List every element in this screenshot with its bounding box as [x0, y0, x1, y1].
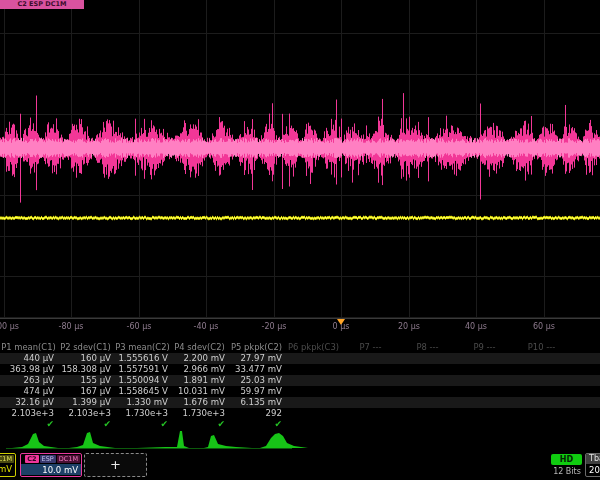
time-axis-label: -100 µs	[0, 322, 19, 331]
measure-value	[513, 386, 570, 397]
c1-vertical-scale: 20.0 mV	[0, 463, 15, 474]
measure-value: 1.676 mV	[171, 397, 228, 408]
time-axis-label: 60 µs	[533, 322, 555, 331]
measure-value: 263 µV	[0, 375, 57, 386]
measure-value	[513, 353, 570, 364]
parameter-histicon	[258, 429, 315, 449]
measure-value	[342, 386, 399, 397]
measure-value: 292	[228, 408, 285, 419]
measure-value: 32.16 µV	[0, 397, 57, 408]
param-header-p7[interactable]: P7 ---	[342, 341, 399, 353]
c2-vertical-scale: 10.0 mV	[21, 464, 81, 475]
channel-c1-descriptor[interactable]: DC1M 20.0 mV	[0, 453, 16, 477]
measure-value	[513, 408, 570, 419]
param-header-p3[interactable]: P3 mean(C2)	[114, 341, 171, 353]
parameter-histicon	[10, 429, 67, 449]
measure-value: 1.550094 V	[114, 375, 171, 386]
param-header-p2[interactable]: P2 sdev(C1)	[57, 341, 114, 353]
measure-row-min: 263 µV155 µV1.550094 V1.891 mV25.03 mV	[0, 375, 600, 386]
measure-value	[285, 375, 342, 386]
measure-row-num: 2.103e+32.103e+31.730e+31.730e+3292	[0, 408, 600, 419]
measure-value	[399, 408, 456, 419]
time-axis: -100 µs-80 µs-60 µs-40 µs-20 µs0 µs20 µs…	[0, 319, 600, 337]
measure-value: 474 µV	[0, 386, 57, 397]
measure-value: 1.730e+3	[114, 408, 171, 419]
oscilloscope-screen: C2 ESP DC1M -100 µs-80 µs-60 µs-40 µs-20…	[0, 0, 600, 480]
time-axis-label: -20 µs	[262, 322, 287, 331]
add-trace-button[interactable]: +	[84, 453, 147, 477]
measure-value: 2.103e+3	[0, 408, 57, 419]
histicon-strip	[0, 429, 600, 452]
measure-value	[285, 386, 342, 397]
measure-value: 1.555616 V	[114, 353, 171, 364]
parameter-histicon	[135, 429, 192, 449]
measure-value	[342, 408, 399, 419]
time-axis-label: 0 µs	[333, 322, 350, 331]
hd-mode-badge[interactable]: HD	[551, 454, 582, 465]
measure-value: 33.477 mV	[228, 364, 285, 375]
waveform-display[interactable]	[0, 0, 600, 330]
param-header-p4[interactable]: P4 sdev(C2)	[171, 341, 228, 353]
time-axis-label: -60 µs	[127, 322, 152, 331]
param-header-p8[interactable]: P8 ---	[399, 341, 456, 353]
measure-value	[513, 397, 570, 408]
measure-value	[285, 353, 342, 364]
measure-table: P1 mean(C1)P2 sdev(C1)P3 mean(C2)P4 sdev…	[0, 341, 600, 430]
hd-bits-label: 12 Bits	[549, 467, 585, 476]
measure-value	[456, 408, 513, 419]
time-axis-label: -80 µs	[59, 322, 84, 331]
measure-row-value: 440 µV160 µV1.555616 V2.200 mV27.97 mV	[0, 353, 600, 364]
measure-value	[285, 397, 342, 408]
measure-value	[399, 397, 456, 408]
param-header-p6[interactable]: P6 pkpk(C3)	[285, 341, 342, 353]
measure-value: 2.200 mV	[171, 353, 228, 364]
measure-value: 155 µV	[57, 375, 114, 386]
measure-value: 363.98 µV	[0, 364, 57, 375]
measure-value: 1.399 µV	[57, 397, 114, 408]
parameter-histicon	[202, 429, 259, 449]
measure-value	[456, 353, 513, 364]
c2-trace-label: C2 ESP DC1M	[0, 0, 84, 9]
measure-value	[456, 386, 513, 397]
measure-value	[456, 375, 513, 386]
measure-value: 59.97 mV	[228, 386, 285, 397]
measure-value	[342, 397, 399, 408]
measure-value	[399, 364, 456, 375]
measure-value: 10.031 mV	[171, 386, 228, 397]
c2-coupling-badge: DC1M	[57, 455, 80, 463]
measure-value	[285, 408, 342, 419]
timebase-label: Tbase	[586, 454, 600, 464]
measure-value: 27.97 mV	[228, 353, 285, 364]
measure-value	[456, 364, 513, 375]
measure-row-max: 474 µV167 µV1.558645 V10.031 mV59.97 mV	[0, 386, 600, 397]
c2-esp-badge: ESP	[40, 455, 56, 463]
param-header-p5[interactable]: P5 pkpk(C2)	[228, 341, 285, 353]
param-header-p10[interactable]: P10 ---	[513, 341, 570, 353]
measure-value	[342, 353, 399, 364]
measure-value: 440 µV	[0, 353, 57, 364]
time-axis-label: -40 µs	[194, 322, 219, 331]
measure-row-sdev: 32.16 µV1.399 µV1.330 mV1.676 mV6.135 mV	[0, 397, 600, 408]
measure-value: 158.308 µV	[57, 364, 114, 375]
channel-c2-descriptor[interactable]: C2 ESP DC1M 10.0 mV	[20, 453, 82, 477]
timebase-value: 20.0	[586, 464, 600, 475]
measure-value	[399, 375, 456, 386]
measure-value	[342, 364, 399, 375]
measure-value	[399, 386, 456, 397]
param-header-p9[interactable]: P9 ---	[456, 341, 513, 353]
measure-value: 2.103e+3	[57, 408, 114, 419]
param-header-p1[interactable]: P1 mean(C1)	[0, 341, 57, 353]
measure-value: 6.135 mV	[228, 397, 285, 408]
measure-value	[285, 364, 342, 375]
descriptor-bar: DC1M 20.0 mV C2 ESP DC1M 10.0 mV + Tbase…	[0, 452, 600, 480]
measure-value	[513, 364, 570, 375]
measure-value: 160 µV	[57, 353, 114, 364]
timebase-descriptor[interactable]: Tbase 20.0	[585, 453, 600, 477]
time-axis-label: 20 µs	[398, 322, 420, 331]
measure-value	[513, 375, 570, 386]
measure-value: 1.558645 V	[114, 386, 171, 397]
measure-value	[399, 353, 456, 364]
measure-value	[342, 375, 399, 386]
measure-value: 25.03 mV	[228, 375, 285, 386]
c1-coupling-badge: DC1M	[0, 455, 14, 463]
